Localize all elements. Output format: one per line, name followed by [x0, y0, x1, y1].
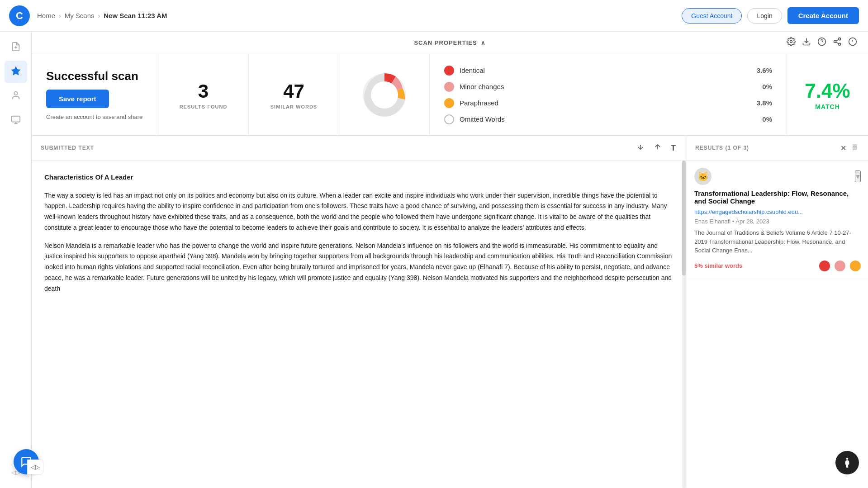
scan-properties-title: SCAN PROPERTIES ∧	[414, 39, 485, 46]
sidebar: ◁▷	[0, 32, 32, 488]
results-found-number: 3	[198, 81, 209, 102]
download-icon[interactable]	[802, 37, 811, 48]
result-url[interactable]: https://engagedscholarship.csuohio.edu..…	[694, 208, 861, 215]
omitted-dot	[444, 114, 454, 124]
svg-point-12	[834, 41, 836, 43]
text-paragraph-2: Nelson Mandela is a remarkable leader wh…	[44, 241, 674, 294]
similar-words-indicator: 5% similar words	[694, 262, 815, 269]
create-account-button[interactable]: Create Account	[787, 7, 859, 24]
info-icon[interactable]	[848, 37, 857, 48]
help-icon[interactable]	[817, 37, 826, 48]
guest-account-button[interactable]: Guest Account	[682, 8, 742, 24]
sidebar-item-starred[interactable]	[5, 61, 27, 83]
legend-minor-changes: Minor changes 0%	[444, 82, 772, 92]
collapse-sidebar-button[interactable]: ◁▷	[27, 460, 43, 474]
legend-paraphrased: Paraphrased 3.8%	[444, 98, 772, 108]
paraphrased-dot	[444, 98, 454, 108]
minor-changes-indicator-dot	[835, 261, 845, 271]
similar-words-label: SIMILAR WORDS	[270, 104, 317, 109]
header: C Home › My Scans › New Scan 11:23 AM Gu…	[0, 0, 868, 32]
settings-icon[interactable]	[787, 37, 796, 48]
logo: C	[9, 5, 30, 26]
breadcrumb-my-scans[interactable]: My Scans	[65, 12, 95, 19]
minor-changes-label: Minor changes	[460, 83, 746, 90]
text-heading: Characteristics Of A Leader	[44, 171, 674, 183]
identical-dot	[444, 66, 454, 76]
result-date: Apr 28, 2023	[735, 218, 769, 225]
match-label: MATCH	[815, 103, 840, 110]
omitted-words-pct: 0%	[752, 115, 772, 123]
accessibility-button[interactable]	[835, 451, 859, 474]
scan-properties-label: SCAN PROPERTIES	[414, 39, 477, 46]
breadcrumb: Home › My Scans › New Scan 11:23 AM	[37, 12, 167, 19]
sidebar-item-new-document[interactable]	[5, 36, 27, 59]
identical-label: Identical	[460, 66, 746, 74]
filter-results-button[interactable]	[848, 141, 860, 155]
result-title: Transformational Leadership: Flow, Reson…	[694, 190, 861, 205]
svg-line-15	[836, 39, 839, 41]
scroll-down-button[interactable]	[635, 141, 646, 155]
identical-indicator-dot	[819, 261, 830, 271]
svg-point-7	[790, 41, 792, 43]
save-report-button[interactable]: Save report	[46, 90, 109, 108]
scan-success-block: Successful scan Save report Create an ac…	[32, 54, 158, 135]
submitted-text-title: SUBMITTED TEXT	[41, 145, 629, 151]
svg-rect-4	[11, 116, 19, 122]
breadcrumb-home[interactable]: Home	[37, 12, 55, 19]
results-found-label: RESULTS FOUND	[180, 104, 228, 109]
match-block: 7.4% MATCH	[787, 54, 868, 135]
svg-point-29	[846, 458, 848, 460]
paraphrased-pct: 3.8%	[752, 99, 772, 107]
sidebar-item-profile[interactable]	[5, 85, 27, 108]
text-content-wrap: Characteristics Of A Leader The way a so…	[32, 161, 687, 488]
save-hint-text: Create an account to save and share	[46, 114, 142, 120]
legend-identical: Identical 3.6%	[444, 66, 772, 76]
new-document-icon	[11, 42, 21, 54]
svg-marker-2	[11, 66, 19, 74]
scroll-up-button[interactable]	[652, 141, 664, 155]
stats-area: Successful scan Save report Create an ac…	[32, 54, 868, 136]
login-button[interactable]: Login	[747, 8, 782, 24]
result-footer: 5% similar words	[694, 261, 861, 271]
result-excerpt: The Journal of Traditions & Beliefs Volu…	[694, 228, 861, 255]
star-icon	[11, 66, 21, 78]
text-content: Characteristics Of A Leader The way a so…	[44, 171, 674, 294]
text-paragraph-1: The way a society is led has an impact n…	[44, 190, 674, 233]
reports-icon	[11, 115, 21, 127]
breadcrumb-current: New Scan 11:23 AM	[104, 12, 167, 19]
result-meta: Enas Elhanafi • Apr 28, 2023	[694, 218, 861, 225]
similar-words-number: 47	[283, 81, 304, 102]
svg-point-13	[839, 43, 841, 45]
svg-point-20	[371, 81, 398, 109]
scan-properties-icons	[486, 37, 857, 48]
results-found-block: 3 RESULTS FOUND	[158, 54, 249, 135]
scan-properties-bar: SCAN PROPERTIES ∧	[32, 32, 868, 54]
submitted-text-header: SUBMITTED TEXT T	[32, 136, 687, 161]
svg-point-11	[839, 38, 841, 40]
content-area: SCAN PROPERTIES ∧	[32, 32, 868, 488]
share-icon[interactable]	[833, 37, 842, 48]
chevron-up-icon[interactable]: ∧	[481, 39, 486, 46]
legend-omitted-words: Omitted Words 0%	[444, 114, 772, 124]
result-expand-button[interactable]: ▾	[855, 171, 861, 182]
paraphrased-label: Paraphrased	[460, 99, 746, 107]
match-percentage: 7.4%	[805, 80, 850, 102]
header-right: Guest Account Login Create Account	[682, 7, 859, 24]
results-panel: RESULTS (1 OF 3) ✕ 🐱 ▾ Transformational …	[687, 136, 868, 488]
chart-block	[339, 54, 430, 135]
submitted-text-panel: SUBMITTED TEXT T Characteristics Of A Le…	[32, 136, 687, 488]
text-format-button[interactable]: T	[669, 142, 678, 155]
paraphrased-indicator-dot	[850, 261, 861, 271]
close-results-button[interactable]: ✕	[839, 142, 848, 154]
scrollbar-track[interactable]	[682, 161, 686, 488]
lower-area: SUBMITTED TEXT T Characteristics Of A Le…	[32, 136, 868, 488]
profile-icon	[11, 90, 21, 103]
breadcrumb-sep-2: ›	[98, 12, 100, 19]
result-card-header: 🐱 ▾	[694, 168, 861, 185]
results-header: RESULTS (1 OF 3) ✕	[687, 136, 868, 161]
svg-line-14	[836, 42, 839, 43]
result-avatar: 🐱	[694, 168, 711, 185]
minor-changes-pct: 0%	[752, 83, 772, 90]
sidebar-item-reports[interactable]	[5, 109, 27, 132]
scrollbar-thumb[interactable]	[682, 161, 686, 275]
